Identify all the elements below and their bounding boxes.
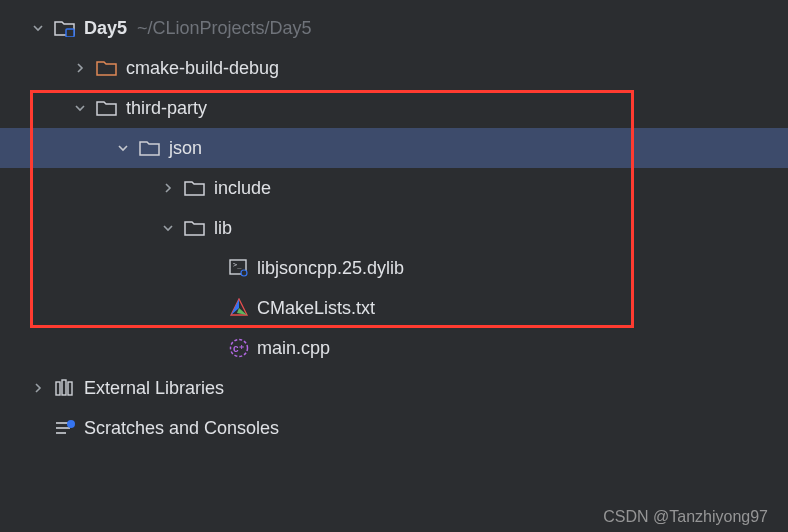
file-label: main.cpp bbox=[257, 338, 330, 359]
svg-point-15 bbox=[67, 420, 75, 428]
folder-label: include bbox=[214, 178, 271, 199]
folder-label: json bbox=[169, 138, 202, 159]
tree-row-libjsoncpp[interactable]: >_ libjsoncpp.25.dylib bbox=[0, 248, 788, 288]
svg-rect-0 bbox=[66, 29, 74, 37]
external-libraries-label: External Libraries bbox=[84, 378, 224, 399]
project-folder-icon bbox=[54, 19, 76, 37]
chevron-right-icon[interactable] bbox=[160, 180, 176, 196]
file-label: CMakeLists.txt bbox=[257, 298, 375, 319]
chevron-down-icon[interactable] bbox=[115, 140, 131, 156]
scratches-icon bbox=[54, 419, 76, 437]
project-root-label: Day5 bbox=[84, 18, 127, 39]
tree-row-external-libraries[interactable]: External Libraries bbox=[0, 368, 788, 408]
excluded-folder-icon bbox=[96, 59, 118, 77]
chevron-down-icon[interactable] bbox=[72, 100, 88, 116]
folder-label: cmake-build-debug bbox=[126, 58, 279, 79]
watermark: CSDN @Tanzhiyong97 bbox=[603, 508, 768, 526]
folder-label: lib bbox=[214, 218, 232, 239]
svg-text:c⁺: c⁺ bbox=[233, 343, 244, 354]
library-icon bbox=[54, 379, 76, 397]
tree-row-main-cpp[interactable]: c⁺ main.cpp bbox=[0, 328, 788, 368]
tree-row-lib[interactable]: lib bbox=[0, 208, 788, 248]
scratches-label: Scratches and Consoles bbox=[84, 418, 279, 439]
folder-icon bbox=[139, 139, 161, 157]
chevron-right-icon[interactable] bbox=[30, 380, 46, 396]
svg-rect-11 bbox=[68, 382, 72, 395]
tree-row-json[interactable]: json bbox=[0, 128, 788, 168]
file-label: libjsoncpp.25.dylib bbox=[257, 258, 404, 279]
svg-point-3 bbox=[241, 270, 247, 276]
binary-file-icon: >_ bbox=[229, 259, 249, 277]
chevron-right-icon[interactable] bbox=[72, 60, 88, 76]
tree-row-scratches[interactable]: Scratches and Consoles bbox=[0, 408, 788, 448]
folder-icon bbox=[184, 179, 206, 197]
cpp-file-icon: c⁺ bbox=[229, 338, 249, 358]
project-tree: Day5 ~/CLionProjects/Day5 cmake-build-de… bbox=[0, 0, 788, 448]
folder-icon bbox=[184, 219, 206, 237]
tree-row-project-root[interactable]: Day5 ~/CLionProjects/Day5 bbox=[0, 8, 788, 48]
chevron-down-icon[interactable] bbox=[160, 220, 176, 236]
folder-icon bbox=[96, 99, 118, 117]
chevron-down-icon[interactable] bbox=[30, 20, 46, 36]
project-root-path: ~/CLionProjects/Day5 bbox=[137, 18, 312, 39]
tree-row-include[interactable]: include bbox=[0, 168, 788, 208]
tree-row-cmakelists[interactable]: CMakeLists.txt bbox=[0, 288, 788, 328]
svg-text:>_: >_ bbox=[233, 261, 242, 269]
cmake-file-icon bbox=[229, 298, 249, 318]
folder-label: third-party bbox=[126, 98, 207, 119]
svg-rect-10 bbox=[62, 380, 66, 395]
svg-rect-9 bbox=[56, 382, 60, 395]
tree-row-cmake-build-debug[interactable]: cmake-build-debug bbox=[0, 48, 788, 88]
tree-row-third-party[interactable]: third-party bbox=[0, 88, 788, 128]
